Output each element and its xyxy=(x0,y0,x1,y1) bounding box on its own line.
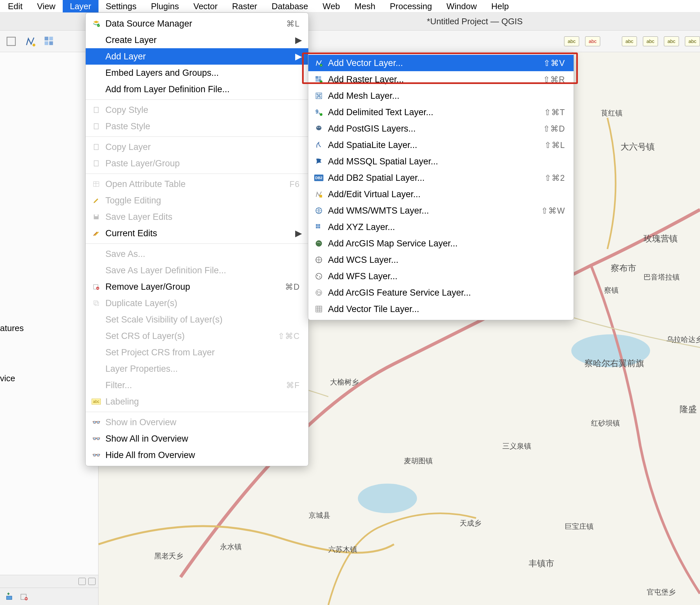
menu-database[interactable]: Database xyxy=(264,0,315,12)
submenu-item-add-arcgis-feature-service-layer[interactable]: Add ArcGIS Feature Service Layer... xyxy=(308,285,574,301)
panel-controls xyxy=(0,575,98,588)
doc-icon xyxy=(92,105,101,114)
csv-icon: 9, xyxy=(314,108,323,117)
menu-item-remove-layer-group[interactable]: Remove Layer/Group⌘D xyxy=(86,279,308,295)
submenu-item-add-raster-layer[interactable]: Add Raster Layer...⇧⌘R xyxy=(308,71,574,87)
submenu-item-add-postgis-layers[interactable]: Add PostGIS Layers...⇧⌘D xyxy=(308,121,574,137)
toolbar-vector-icon[interactable] xyxy=(24,35,37,48)
submenu-item-label: Add MSSQL Spatial Layer... xyxy=(328,157,565,167)
svg-rect-40 xyxy=(320,195,322,198)
menu-item-hide-all-from-overview[interactable]: 👓Hide All from Overview xyxy=(86,447,308,463)
blank-icon xyxy=(92,52,101,61)
menu-item-label: Embed Layers and Groups... xyxy=(105,68,300,78)
wms-icon xyxy=(314,206,323,215)
map-label: 察布市 xyxy=(611,262,636,274)
toolbar-raster-icon[interactable] xyxy=(43,35,56,48)
left-panel: atures vice xyxy=(0,52,99,605)
submenu-item-add-arcgis-map-service-layer[interactable]: Add ArcGIS Map Service Layer... xyxy=(308,235,574,252)
menu-item-current-edits[interactable]: Current Edits▶ xyxy=(86,225,308,241)
menu-item-data-source-manager[interactable]: +Data Source Manager⌘L xyxy=(86,16,308,32)
menu-item-label: Copy Layer xyxy=(105,142,300,152)
menu-item-create-layer[interactable]: Create Layer▶ xyxy=(86,32,308,48)
submenu-item-add-mesh-layer[interactable]: Add Mesh Layer... xyxy=(308,87,574,104)
menu-raster[interactable]: Raster xyxy=(225,0,265,12)
menu-bar: EditViewLayerSettingsPluginsVectorRaster… xyxy=(0,0,700,12)
menu-shortcut: ⌘D xyxy=(285,282,300,292)
map-label: 茛红镇 xyxy=(601,108,623,118)
toolbar-abc-icon[interactable]: abc xyxy=(585,36,600,46)
chevron-right-icon: ▶ xyxy=(295,51,300,62)
menu-item-label: Toggle Editing xyxy=(105,195,300,206)
svg-point-38 xyxy=(318,127,319,128)
menu-item-add-from-layer-definition-file[interactable]: Add from Layer Definition File... xyxy=(86,81,308,98)
pencil-icon xyxy=(92,196,101,205)
menu-item-embed-layers-and-groups[interactable]: Embed Layers and Groups... xyxy=(86,64,308,81)
menu-plugins[interactable]: Plugins xyxy=(144,0,186,12)
submenu-item-add-spatialite-layer[interactable]: Add SpatiaLite Layer...⇧⌘L xyxy=(308,137,574,153)
menu-processing[interactable]: Processing xyxy=(382,0,439,12)
toolbar-abc-icon[interactable]: abc xyxy=(685,36,700,46)
svg-point-34 xyxy=(320,80,322,83)
submenu-item-add-wfs-layer[interactable]: Add WFS Layer... xyxy=(308,268,574,285)
menu-item-label: Current Edits xyxy=(105,228,291,238)
menu-item-show-all-in-overview[interactable]: 👓Show All in Overview xyxy=(86,430,308,447)
svg-point-11 xyxy=(358,483,417,513)
map-label: 黑老夭乡 xyxy=(154,551,183,561)
table-icon xyxy=(92,180,101,189)
toolbar-unknown-icon[interactable] xyxy=(5,35,18,48)
submenu-item-label: Add Delimited Text Layer... xyxy=(328,107,526,117)
menu-web[interactable]: Web xyxy=(316,0,347,12)
svg-rect-44 xyxy=(316,227,318,228)
toolbar-abc-icon[interactable]: abc xyxy=(643,36,658,46)
submenu-item-add-vector-tile-layer[interactable]: Add Vector Tile Layer... xyxy=(308,301,574,317)
submenu-item-add-xyz-layer[interactable]: Add XYZ Layer... xyxy=(308,219,574,235)
submenu-item-add-edit-virtual-layer[interactable]: Add/Edit Virtual Layer... xyxy=(308,186,574,203)
svg-rect-43 xyxy=(318,224,320,226)
menu-item-add-layer[interactable]: Add Layer▶ xyxy=(86,48,308,64)
submenu-item-add-mssql-spatial-layer[interactable]: Add MSSQL Spatial Layer... xyxy=(308,153,574,169)
menu-view[interactable]: View xyxy=(30,0,63,12)
remove-layer-icon[interactable] xyxy=(20,592,29,601)
menu-item-paste-style: Paste Style xyxy=(86,118,308,134)
svg-rect-25 xyxy=(97,288,99,289)
menu-window[interactable]: Window xyxy=(439,0,484,12)
add-layer-icon[interactable] xyxy=(5,592,14,601)
submenu-item-label: Add Raster Layer... xyxy=(328,75,525,85)
toolbar-abc-icon[interactable]: abc xyxy=(564,36,579,46)
submenu-item-add-vector-layer[interactable]: +Add Vector Layer...⇧⌘V xyxy=(308,55,574,71)
panel-control-icon[interactable] xyxy=(78,578,86,585)
remove-icon xyxy=(92,282,101,291)
map-label: 察镇 xyxy=(604,285,619,295)
svg-rect-52 xyxy=(316,306,322,312)
menu-layer[interactable]: Layer xyxy=(63,0,99,12)
menu-item-label: Remove Layer/Group xyxy=(105,282,267,292)
menu-vector[interactable]: Vector xyxy=(186,0,225,12)
svg-point-48 xyxy=(316,273,322,279)
submenu-item-add-db2-spatial-layer[interactable]: DB2Add DB2 Spatial Layer...⇧⌘2 xyxy=(308,169,574,186)
svg-point-1 xyxy=(32,44,35,47)
menu-mesh[interactable]: Mesh xyxy=(347,0,383,12)
toolbar-abc-icon[interactable]: abc xyxy=(664,36,679,46)
submenu-item-add-wms-wmts-layer[interactable]: Add WMS/WMTS Layer...⇧⌘W xyxy=(308,203,574,219)
menu-edit[interactable]: Edit xyxy=(1,0,30,12)
panel-control-icon[interactable] xyxy=(88,578,96,585)
submenu-item-add-delimited-text-layer[interactable]: 9,Add Delimited Text Layer...⇧⌘T xyxy=(308,104,574,121)
submenu-item-add-wcs-layer[interactable]: Add WCS Layer... xyxy=(308,252,574,268)
toolbar-abc-icon[interactable]: abc xyxy=(622,36,637,46)
map-label: 巴音塔拉镇 xyxy=(644,272,680,282)
svg-rect-4 xyxy=(45,41,48,45)
menu-item-open-attribute-table: Open Attribute TableF6 xyxy=(86,176,308,192)
map-label: 天成乡 xyxy=(460,518,481,528)
menu-settings[interactable]: Settings xyxy=(99,0,144,12)
blank-icon xyxy=(92,266,101,275)
submenu-shortcut: ⇧⌘V xyxy=(543,58,565,68)
panel-truncated-text: vice xyxy=(0,371,98,386)
dup-icon xyxy=(92,298,101,308)
arcgis-feat-icon xyxy=(314,288,323,297)
blank-icon xyxy=(92,364,101,373)
tile-icon xyxy=(314,305,323,314)
db2-icon: DB2 xyxy=(314,173,323,182)
menu-help[interactable]: Help xyxy=(484,0,516,12)
svg-rect-42 xyxy=(316,224,318,226)
blank-icon xyxy=(92,68,101,77)
